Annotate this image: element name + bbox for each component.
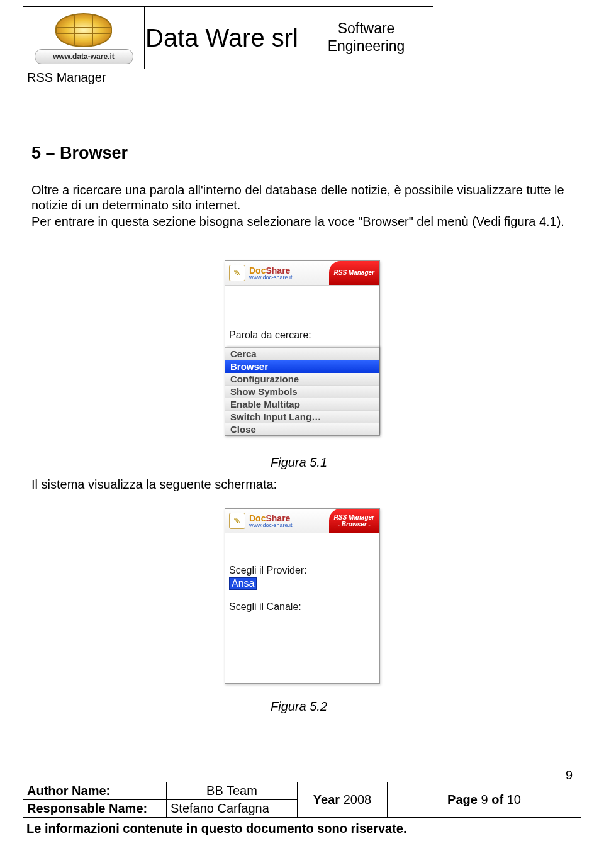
docshare-sub: www.doc-share.it [249, 275, 293, 281]
menu-item-switch-input-lang[interactable]: Switch Input Lang… [225, 411, 379, 423]
page-of: of [491, 793, 503, 806]
doc-header-table: www.data-ware.it Data Ware srl Software … [23, 6, 433, 69]
phone-frame-1: ✎ DocShare www.doc-share.it RSS Manager … [225, 260, 380, 436]
red-tab-1: RSS Manager [329, 261, 379, 285]
globe-icon [55, 13, 112, 47]
channel-label: Scegli il Canale: [229, 601, 301, 613]
page-number-top: 9 [566, 768, 573, 782]
product-name-row: RSS Manager [23, 68, 581, 87]
phone-titlebar-2: ✎ DocShare www.doc-share.it RSS Manager … [225, 509, 379, 533]
logo-url: www.data-ware.it [35, 49, 133, 64]
search-label: Parola da cercare: [229, 330, 311, 341]
paragraph-2: Per entrare in questa sezione bisogna se… [31, 214, 573, 229]
page-cell: Page 9 of 10 [388, 782, 581, 818]
menu-item-cerca[interactable]: Cerca [225, 348, 379, 360]
phone-body-1: Parola da cercare: Cerca Browser Configu… [225, 286, 379, 435]
page-label: Page [447, 793, 478, 806]
phone-body-2: Scegli il Provider: Ansa Scegli il Canal… [225, 533, 379, 683]
phone-titlebar-1: ✎ DocShare www.doc-share.it RSS Manager [225, 261, 379, 286]
menu-item-configurazione[interactable]: Configurazione [225, 373, 379, 386]
page-value: 9 [481, 793, 488, 806]
phone-frame-2: ✎ DocShare www.doc-share.it RSS Manager … [225, 508, 380, 684]
engineering-word: Engineering [328, 38, 405, 54]
footer-divider [23, 764, 581, 764]
paragraph-after-fig1: Il sistema visualizza la seguente scherm… [31, 477, 573, 492]
page-total: 10 [507, 793, 521, 806]
red-tab-1-line1: RSS Manager [334, 269, 374, 277]
figure-5-1-caption: Figura 5.1 [271, 455, 327, 470]
docshare-sub-2: www.doc-share.it [249, 523, 293, 528]
menu-item-browser[interactable]: Browser [225, 360, 379, 373]
red-tab-2-line2: - Browser - [338, 521, 371, 528]
red-tab-2: RSS Manager - Browser - [329, 509, 379, 533]
software-word: Software [338, 20, 395, 36]
docshare-text: DocShare www.doc-share.it [249, 266, 293, 281]
figure-5-2: ✎ DocShare www.doc-share.it RSS Manager … [225, 508, 380, 684]
footer-table: Author Name: BB Team Year 2008 Page 9 of… [23, 782, 581, 818]
product-name: RSS Manager [27, 70, 106, 85]
section-heading: 5 – Browser [31, 143, 128, 163]
year-value: 2008 [344, 793, 372, 806]
context-menu: Cerca Browser Configurazione Show Symbol… [225, 347, 379, 435]
menu-item-enable-multitap[interactable]: Enable Multitap [225, 398, 379, 411]
logo-cell: www.data-ware.it [23, 7, 145, 69]
software-engineering-cell: Software Engineering [299, 7, 433, 69]
provider-value[interactable]: Ansa [229, 577, 257, 590]
year-label: Year [313, 793, 340, 806]
responsable-label: Responsable Name: [23, 800, 167, 818]
figure-5-2-caption: Figura 5.2 [271, 699, 327, 714]
docshare-icon: ✎ [229, 265, 245, 281]
menu-item-show-symbols[interactable]: Show Symbols [225, 386, 379, 398]
menu-item-close[interactable]: Close [225, 423, 379, 435]
year-cell: Year 2008 [298, 782, 388, 818]
docshare-icon-2: ✎ [229, 513, 245, 529]
author-value: BB Team [167, 782, 298, 800]
responsable-value: Stefano Carfagna [167, 800, 298, 818]
provider-label: Scegli il Provider: [229, 565, 307, 576]
figure-5-1: ✎ DocShare www.doc-share.it RSS Manager … [225, 260, 380, 436]
company-title: Data Ware srl [145, 7, 299, 69]
red-tab-2-line1: RSS Manager [334, 514, 374, 521]
author-label: Author Name: [23, 782, 167, 800]
footer-rights: Le informazioni contenute in questo docu… [26, 821, 407, 836]
paragraph-1: Oltre a ricercare una parola all'interno… [31, 182, 573, 213]
docshare-text-2: DocShare www.doc-share.it [249, 514, 293, 528]
